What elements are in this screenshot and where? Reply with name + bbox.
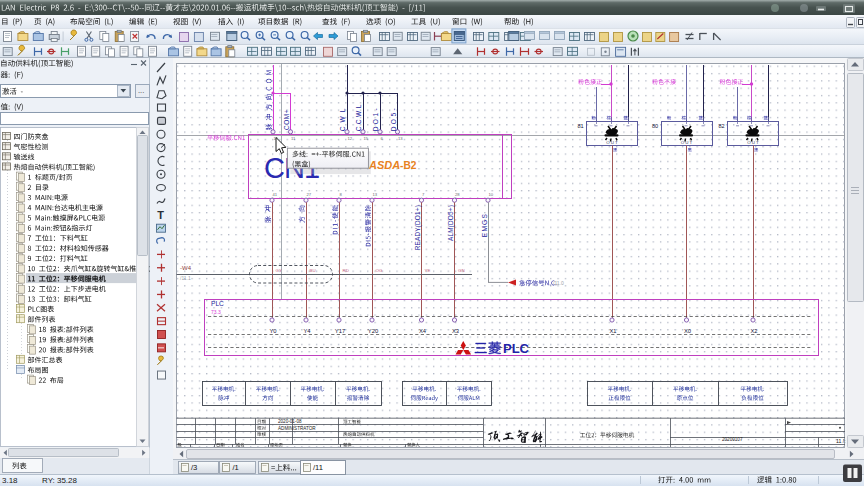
svg-text:RY: 35.28: RY: 35.28	[42, 476, 78, 485]
svg-text:BU: BU	[310, 268, 316, 273]
svg-text:-W4: -W4	[180, 265, 192, 271]
svg-text:/11: /11	[313, 463, 323, 472]
svg-text:X2: X2	[750, 328, 757, 334]
svg-text:COM+: COM+	[283, 109, 290, 130]
svg-text:15: 15	[364, 136, 369, 141]
svg-text:X1: X1	[609, 328, 616, 334]
svg-text:...: ...	[138, 86, 144, 95]
svg-text:Y20: Y20	[368, 328, 378, 334]
svg-text:11: 11	[291, 136, 296, 141]
svg-text:OG: OG	[376, 268, 383, 273]
svg-text:10: 10	[489, 192, 494, 197]
svg-text:/11.1: /11.1	[180, 275, 191, 281]
svg-text:Y0: Y0	[269, 328, 276, 334]
svg-text:X0: X0	[684, 328, 691, 334]
svg-text:2020-01-08: 2020-01-08	[278, 419, 302, 424]
svg-text:80: 80	[652, 123, 658, 129]
svg-text:28: 28	[455, 192, 460, 197]
svg-text:EMGS: EMGS	[481, 213, 488, 237]
svg-text:Y4: Y4	[303, 328, 311, 334]
svg-text:X3: X3	[452, 328, 459, 334]
svg-text:DO1-: DO1-	[373, 106, 380, 131]
svg-text:READY(DO1+): READY(DO1+)	[414, 205, 422, 250]
svg-text:ADMINISTRATOR: ADMINISTRATOR	[278, 426, 316, 431]
svg-text:27: 27	[307, 192, 312, 197]
svg-text:GN: GN	[458, 268, 465, 273]
svg-text:O U T: O U T	[747, 140, 759, 145]
svg-text:ALM(DO5+): ALM(DO5+)	[447, 205, 455, 241]
svg-text:41: 41	[273, 192, 278, 197]
svg-text:DO5-: DO5-	[390, 106, 397, 131]
svg-text:20200107: 20200107	[722, 437, 743, 442]
svg-text:3.18: 3.18	[2, 476, 18, 485]
svg-text:/11.0: /11.0	[553, 280, 564, 286]
svg-text:81: 81	[578, 123, 584, 129]
svg-text:GY: GY	[276, 268, 282, 273]
svg-text:YE: YE	[425, 268, 431, 273]
svg-text:73.3: 73.3	[211, 309, 221, 315]
svg-text:PLC: PLC	[503, 341, 530, 356]
svg-text:ASDA: ASDA	[368, 159, 400, 171]
svg-text:PLC: PLC	[211, 300, 224, 307]
svg-text:/3: /3	[191, 463, 197, 472]
svg-text:13: 13	[398, 136, 403, 141]
svg-text:T: T	[157, 209, 164, 221]
svg-text:12: 12	[348, 136, 353, 141]
svg-text:O U T: O U T	[606, 140, 618, 145]
svg-text:/1: /1	[233, 463, 239, 472]
svg-text:CWL: CWL	[340, 105, 347, 132]
svg-text:82: 82	[719, 123, 725, 129]
svg-text:11 /:: 11 /:	[836, 438, 846, 444]
svg-text:RD: RD	[343, 268, 349, 273]
svg-text:Y17: Y17	[335, 328, 345, 334]
svg-text:X4: X4	[419, 328, 427, 334]
svg-text:O U T: O U T	[681, 140, 693, 145]
svg-text:13: 13	[373, 192, 378, 197]
svg-text:CCWL: CCWL	[356, 102, 363, 131]
svg-text:-B2: -B2	[400, 160, 417, 171]
